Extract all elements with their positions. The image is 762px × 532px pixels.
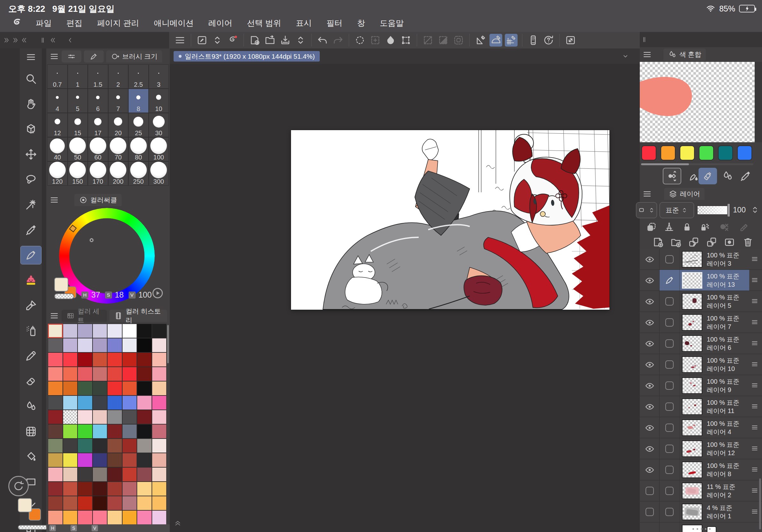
palette-swatch[interactable]: [93, 338, 108, 353]
menu-item[interactable]: 레이어: [208, 18, 232, 29]
palette-swatch[interactable]: [137, 367, 152, 381]
gesture-help-button[interactable]: [542, 34, 555, 46]
draft-layer-icon[interactable]: [718, 221, 730, 233]
layer-editing-indicator[interactable]: [659, 270, 680, 291]
layer-row[interactable]: 4 % 표준레이어 1: [640, 501, 762, 522]
main-color-swatch[interactable]: [54, 278, 68, 292]
layer-checkbox[interactable]: [659, 354, 680, 375]
tool-property-tab[interactable]: [62, 50, 81, 62]
color-circle-tab[interactable]: 컬러써클: [74, 194, 121, 206]
lock-layer-icon[interactable]: [681, 221, 693, 233]
command-bar-toggle-icon[interactable]: [174, 518, 182, 529]
palette-swatch[interactable]: [93, 324, 108, 338]
palette-swatch[interactable]: [63, 510, 78, 525]
decoration-tool[interactable]: [21, 271, 41, 289]
mix-color-swatch[interactable]: [737, 146, 752, 161]
opacity-slider[interactable]: [697, 206, 728, 215]
brush-size-40[interactable]: 40: [47, 137, 68, 162]
palette-swatch[interactable]: [63, 395, 78, 410]
layer-checkbox[interactable]: [659, 396, 680, 417]
brush-size-1.5[interactable]: 1.5: [88, 64, 108, 89]
palette-swatch[interactable]: [137, 496, 152, 510]
brush-size-17[interactable]: 17: [88, 113, 108, 137]
menu-item[interactable]: 필터: [327, 18, 343, 29]
brush-size-10[interactable]: 10: [149, 89, 169, 113]
palette-swatch[interactable]: [107, 338, 122, 353]
palette-swatch[interactable]: [78, 324, 93, 338]
brush-size-5[interactable]: 5: [68, 89, 88, 113]
palette-swatch[interactable]: [122, 438, 137, 453]
palette-swatch[interactable]: [137, 338, 152, 353]
menu-item[interactable]: 선택 범위: [247, 18, 281, 29]
palette-swatch[interactable]: [152, 510, 167, 525]
layer-visibility-toggle[interactable]: [640, 459, 659, 480]
layer-palette-option[interactable]: [636, 202, 657, 218]
layer-checkbox[interactable]: [659, 291, 680, 312]
palette-swatch[interactable]: [152, 367, 167, 381]
gradient-tool[interactable]: [21, 423, 41, 440]
layer-row[interactable]: 100 % 표준레이어 11: [640, 396, 762, 417]
chevron-updown-button[interactable]: [294, 34, 307, 46]
layer-drag-handle[interactable]: [750, 486, 759, 495]
layer-visibility-toggle[interactable]: [640, 249, 659, 270]
layer-row[interactable]: 100 % 표준레이어 4: [640, 417, 762, 438]
modifier-keypad-button[interactable]: [527, 34, 540, 46]
snap-ruler-button[interactable]: [474, 34, 487, 46]
layer-drag-handle[interactable]: [750, 360, 759, 369]
zoom-tool[interactable]: [21, 70, 41, 88]
palette-swatch[interactable]: [107, 467, 122, 482]
palette-swatch[interactable]: [122, 496, 137, 510]
palette-swatch[interactable]: [78, 395, 93, 410]
layer-checkbox[interactable]: [659, 249, 680, 270]
palette-swatch[interactable]: [107, 324, 122, 338]
redo-button[interactable]: [332, 34, 344, 46]
brush-size-100[interactable]: 100: [149, 137, 169, 162]
palette-swatch[interactable]: [63, 438, 78, 453]
opacity-slider-handle[interactable]: [727, 204, 730, 217]
palette-swatch[interactable]: [152, 496, 167, 510]
palette-swatch[interactable]: [48, 467, 63, 482]
palette-swatch[interactable]: [137, 424, 152, 438]
panel-menu-icon[interactable]: [642, 50, 652, 59]
brush-size-tab[interactable]: 브러시 크기: [106, 50, 162, 62]
layer-thumbnail[interactable]: [682, 377, 702, 394]
palette-swatch[interactable]: [93, 395, 108, 410]
snap-grid-button[interactable]: [505, 34, 518, 46]
palette-swatch[interactable]: [137, 353, 152, 367]
brush-size-250[interactable]: 250: [128, 162, 149, 186]
mix-dropper-button[interactable]: [736, 168, 755, 184]
palette-swatch[interactable]: [122, 381, 137, 395]
tool-property-button[interactable]: [195, 34, 208, 46]
palette-swatch[interactable]: [48, 367, 63, 381]
brush-size-2.5[interactable]: 2.5: [128, 64, 149, 89]
collapse-panel-icon[interactable]: [49, 36, 57, 44]
deselect-button[interactable]: [421, 34, 434, 46]
brush-size-2[interactable]: 2: [108, 64, 128, 89]
layer-visibility-toggle[interactable]: [640, 480, 659, 501]
palette-swatch[interactable]: [137, 510, 152, 525]
layer-row[interactable]: 100 % 표준레이어 12: [640, 438, 762, 459]
brush-size-300[interactable]: 300: [149, 162, 169, 186]
layer-thumbnail[interactable]: [682, 293, 702, 310]
palette-swatch[interactable]: [78, 338, 93, 353]
paint-tube-button[interactable]: [699, 168, 717, 184]
layer-visibility-toggle[interactable]: [640, 417, 659, 438]
brush-size-1[interactable]: 1: [68, 64, 88, 89]
layer-thumbnail[interactable]: [682, 420, 702, 436]
layer-checkbox[interactable]: [659, 480, 680, 501]
palette-swatch[interactable]: [63, 338, 78, 353]
mix-color-swatch[interactable]: [699, 146, 714, 161]
save-button[interactable]: [279, 34, 292, 46]
new-canvas-button[interactable]: [248, 34, 261, 46]
sv-cursor[interactable]: [89, 238, 94, 242]
palette-swatch[interactable]: [78, 424, 93, 438]
clip-to-layer-icon[interactable]: [646, 221, 657, 233]
panel-grip-icon[interactable]: [39, 36, 46, 44]
palette-swatch[interactable]: [107, 410, 122, 424]
palette-swatch[interactable]: [93, 482, 108, 496]
menu-item[interactable]: 애니메이션: [154, 18, 194, 29]
reset-rotation-button[interactable]: [8, 476, 29, 496]
palette-swatch[interactable]: [48, 353, 63, 367]
palette-swatch[interactable]: [152, 338, 167, 353]
layer-mask-icon[interactable]: [724, 236, 735, 248]
